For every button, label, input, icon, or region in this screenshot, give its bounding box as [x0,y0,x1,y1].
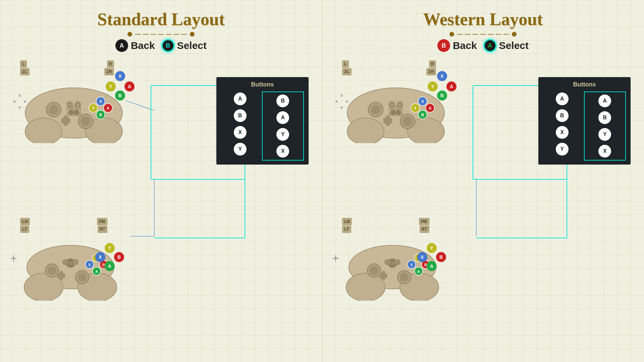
standard-output-x-circle: X [276,145,289,158]
western-xbox-lb-btn: LB [342,218,352,225]
standard-mapping-table: Buttons A B X Y [216,77,309,165]
western-xbox-left-shoulder: LB LT [342,218,352,233]
standard-xbox-plus: + [10,251,17,265]
svg-text:+: + [398,102,401,107]
standard-pro-l-btn: L [20,60,27,68]
standard-input-x: X [221,125,259,140]
western-input-column: A B X Y [543,92,581,161]
western-pro-b-label: B [437,90,447,101]
western-xbox-shoulders-top: LB LT RB RT [342,218,429,233]
western-dpad-indicator: ▲ ◄► ▼ [334,92,346,110]
svg-text:X: X [410,263,413,267]
svg-point-39 [78,273,87,282]
western-mapping-content: A B X Y [543,92,626,161]
svg-point-87 [370,266,378,275]
svg-rect-66 [383,118,392,123]
svg-point-79 [390,110,396,115]
western-pro-a-label: A [446,81,457,92]
svg-point-7 [25,118,62,143]
western-xbox-y-label: Y [427,243,437,253]
svg-point-14 [81,117,90,126]
sep-dash [135,34,141,35]
western-layout-title: Western Layout [423,9,543,29]
standard-xbox-rt-btn: RT [98,226,107,233]
svg-point-42 [62,259,68,265]
western-output-a: A [586,94,624,108]
svg-text:−: − [390,102,393,107]
standard-layout-title: Standard Layout [97,9,225,29]
western-xbox-controller: LB LT RB RT X [342,218,443,302]
standard-input-column: A B X Y [221,92,259,161]
standard-xbox-x-label: X [95,252,105,262]
standard-xbox-right-shoulder: RB RT [97,218,107,233]
standard-input-x-circle: X [234,126,247,139]
main-container: Standard Layout A Back [0,0,644,362]
western-pro-shoulders-top: L ZL R ZR [342,60,436,75]
standard-output-a: A [264,110,302,125]
western-button-legend: B Back A Select [437,39,529,52]
western-input-b: B [543,108,581,123]
standard-xbox-y-label: Y [105,243,115,253]
svg-point-80 [396,110,401,115]
western-layout-half: Western Layout B Back [322,0,644,362]
sep-dot-right [190,32,195,37]
western-pro-r-btn: R [429,60,436,68]
sep-dash [158,34,164,35]
standard-pro-x-label: X [115,71,125,81]
standard-input-a-circle: A [234,93,247,105]
standard-back-btn-circle: A [115,39,128,52]
sep-dash-w [488,34,494,35]
standard-xbox-rb-btn: RB [97,218,107,225]
svg-point-12 [49,105,58,114]
svg-text:X: X [391,261,394,265]
svg-text:+: + [76,102,79,107]
svg-line-0 [126,101,154,111]
svg-text:X: X [69,261,72,265]
western-select-legend: A Select [484,39,529,52]
standard-select-btn-circle: B [162,39,174,52]
sep-dot-left [127,32,132,37]
western-controllers-area: L ZL R ZR Nintendo [332,57,634,318]
western-mapping-table: Buttons A B X Y [538,77,631,165]
standard-input-a: A [221,92,259,106]
sep-dash-w [480,34,486,35]
western-xbox-rt-btn: RT [420,226,429,233]
standard-back-legend: A Back [115,39,155,52]
western-pro-controller: L ZL R ZR Nintendo [342,60,449,144]
svg-text:Y: Y [414,106,417,111]
standard-output-b-circle: B [276,95,289,107]
standard-input-y-circle: Y [234,143,247,156]
standard-pro-b-label: B [115,90,125,101]
western-input-y: Y [543,142,581,157]
standard-xbox-lt-btn: LT [20,226,29,233]
standard-mapping-title: Buttons [221,81,304,88]
svg-text:A: A [429,106,432,111]
standard-output-y: Y [264,127,302,142]
standard-xbox-b-label: B [114,252,124,262]
svg-point-32 [24,273,63,301]
svg-text:B: B [99,113,102,117]
western-output-x: X [586,144,624,159]
standard-pro-shoulders-top: L ZL R ZR [20,60,114,75]
western-xbox-plus: + [332,251,339,265]
sep-dash-w [472,34,478,35]
svg-text:X: X [99,99,102,104]
western-pro-right-shoulder: R ZR [426,60,436,75]
svg-text:−: − [68,102,71,107]
standard-xbox-lb-btn: LB [20,218,30,225]
western-back-btn-circle: B [437,39,450,52]
sep-dash [181,34,187,35]
standard-output-b: B [264,94,302,108]
standard-back-label: Back [131,40,155,51]
svg-text:X: X [88,263,91,267]
svg-point-37 [48,266,56,275]
standard-select-label: Select [177,40,207,51]
svg-point-89 [400,273,409,282]
western-xbox-right-shoulder: RB RT [419,218,429,233]
sep-dash [166,34,172,35]
western-output-column: A B Y X [584,92,626,161]
sep-dash [150,34,156,35]
standard-pro-r-btn: R [107,60,114,68]
svg-text:A: A [95,269,98,274]
western-output-y: Y [586,127,624,142]
